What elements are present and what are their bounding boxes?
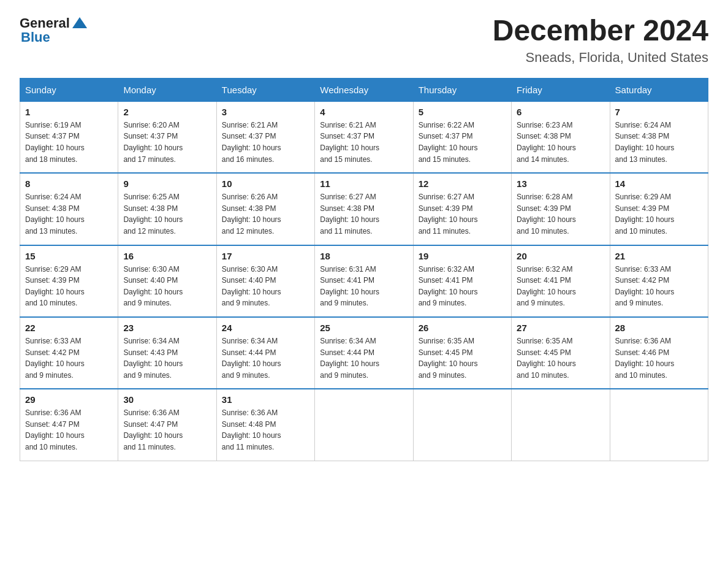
day-info: Sunrise: 6:36 AMSunset: 4:46 PMDaylight:… xyxy=(615,337,675,380)
day-number: 24 xyxy=(222,323,309,333)
logo-icon xyxy=(71,15,88,32)
calendar-cell: 6 Sunrise: 6:23 AMSunset: 4:38 PMDayligh… xyxy=(512,101,610,173)
day-number: 22 xyxy=(25,323,113,333)
calendar-cell: 31 Sunrise: 6:36 AMSunset: 4:48 PMDaylig… xyxy=(216,389,314,461)
calendar-cell xyxy=(315,389,413,461)
calendar-week-3: 15 Sunrise: 6:29 AMSunset: 4:39 PMDaylig… xyxy=(20,245,708,317)
header-friday: Friday xyxy=(512,78,610,101)
location-title: Sneads, Florida, United States xyxy=(493,50,708,66)
calendar-cell: 25 Sunrise: 6:34 AMSunset: 4:44 PMDaylig… xyxy=(315,317,413,389)
calendar-cell: 23 Sunrise: 6:34 AMSunset: 4:43 PMDaylig… xyxy=(118,317,216,389)
day-number: 13 xyxy=(517,178,604,189)
day-info: Sunrise: 6:33 AMSunset: 4:42 PMDaylight:… xyxy=(615,265,675,308)
day-info: Sunrise: 6:21 AMSunset: 4:37 PMDaylight:… xyxy=(320,121,379,164)
calendar-cell: 18 Sunrise: 6:31 AMSunset: 4:41 PMDaylig… xyxy=(315,245,413,317)
day-number: 25 xyxy=(320,323,408,333)
calendar-cell: 12 Sunrise: 6:27 AMSunset: 4:39 PMDaylig… xyxy=(413,173,511,245)
header-wednesday: Wednesday xyxy=(315,78,413,101)
day-number: 1 xyxy=(25,107,113,117)
day-info: Sunrise: 6:30 AMSunset: 4:40 PMDaylight:… xyxy=(222,265,281,308)
day-number: 11 xyxy=(320,178,408,189)
day-info: Sunrise: 6:21 AMSunset: 4:37 PMDaylight:… xyxy=(222,121,281,164)
calendar-cell: 26 Sunrise: 6:35 AMSunset: 4:45 PMDaylig… xyxy=(413,317,511,389)
day-info: Sunrise: 6:35 AMSunset: 4:45 PMDaylight:… xyxy=(517,337,576,380)
page-header: General Blue December 2024 Sneads, Flori… xyxy=(20,15,708,66)
calendar-cell: 30 Sunrise: 6:36 AMSunset: 4:47 PMDaylig… xyxy=(118,389,216,461)
month-title: December 2024 xyxy=(493,15,708,47)
calendar-cell: 21 Sunrise: 6:33 AMSunset: 4:42 PMDaylig… xyxy=(610,245,708,317)
calendar-cell: 20 Sunrise: 6:32 AMSunset: 4:41 PMDaylig… xyxy=(512,245,610,317)
day-number: 19 xyxy=(419,251,506,261)
logo: General Blue xyxy=(20,15,88,45)
day-number: 20 xyxy=(517,251,604,261)
calendar-cell: 9 Sunrise: 6:25 AMSunset: 4:38 PMDayligh… xyxy=(118,173,216,245)
day-number: 29 xyxy=(25,394,113,405)
day-info: Sunrise: 6:35 AMSunset: 4:45 PMDaylight:… xyxy=(419,337,478,380)
day-info: Sunrise: 6:32 AMSunset: 4:41 PMDaylight:… xyxy=(517,265,576,308)
header-sunday: Sunday xyxy=(20,78,118,101)
day-number: 17 xyxy=(222,251,309,261)
day-info: Sunrise: 6:27 AMSunset: 4:38 PMDaylight:… xyxy=(320,193,379,236)
day-info: Sunrise: 6:34 AMSunset: 4:44 PMDaylight:… xyxy=(320,337,379,380)
day-number: 31 xyxy=(222,394,309,405)
day-info: Sunrise: 6:22 AMSunset: 4:37 PMDaylight:… xyxy=(419,121,478,164)
calendar-cell: 24 Sunrise: 6:34 AMSunset: 4:44 PMDaylig… xyxy=(216,317,314,389)
day-number: 3 xyxy=(222,107,309,117)
calendar-cell: 7 Sunrise: 6:24 AMSunset: 4:38 PMDayligh… xyxy=(610,101,708,173)
day-number: 28 xyxy=(615,323,703,333)
day-number: 16 xyxy=(123,251,211,261)
calendar-cell xyxy=(512,389,610,461)
day-number: 14 xyxy=(615,178,703,189)
day-info: Sunrise: 6:29 AMSunset: 4:39 PMDaylight:… xyxy=(615,193,675,236)
day-number: 2 xyxy=(123,107,211,117)
day-number: 8 xyxy=(25,178,113,189)
day-info: Sunrise: 6:29 AMSunset: 4:39 PMDaylight:… xyxy=(25,265,85,308)
day-number: 21 xyxy=(615,251,703,261)
calendar-week-4: 22 Sunrise: 6:33 AMSunset: 4:42 PMDaylig… xyxy=(20,317,708,389)
calendar-cell: 28 Sunrise: 6:36 AMSunset: 4:46 PMDaylig… xyxy=(610,317,708,389)
day-number: 27 xyxy=(517,323,604,333)
day-info: Sunrise: 6:27 AMSunset: 4:39 PMDaylight:… xyxy=(419,193,478,236)
header-thursday: Thursday xyxy=(413,78,511,101)
calendar-week-1: 1 Sunrise: 6:19 AMSunset: 4:37 PMDayligh… xyxy=(20,101,708,173)
day-number: 5 xyxy=(419,107,506,117)
day-number: 4 xyxy=(320,107,408,117)
calendar-cell: 2 Sunrise: 6:20 AMSunset: 4:37 PMDayligh… xyxy=(118,101,216,173)
day-info: Sunrise: 6:24 AMSunset: 4:38 PMDaylight:… xyxy=(25,193,85,236)
day-info: Sunrise: 6:33 AMSunset: 4:42 PMDaylight:… xyxy=(25,337,85,380)
day-info: Sunrise: 6:28 AMSunset: 4:39 PMDaylight:… xyxy=(517,193,576,236)
day-info: Sunrise: 6:36 AMSunset: 4:48 PMDaylight:… xyxy=(222,408,281,451)
day-info: Sunrise: 6:30 AMSunset: 4:40 PMDaylight:… xyxy=(123,265,183,308)
calendar-cell: 16 Sunrise: 6:30 AMSunset: 4:40 PMDaylig… xyxy=(118,245,216,317)
day-number: 30 xyxy=(123,394,211,405)
calendar-cell: 17 Sunrise: 6:30 AMSunset: 4:40 PMDaylig… xyxy=(216,245,314,317)
day-number: 26 xyxy=(419,323,506,333)
day-info: Sunrise: 6:36 AMSunset: 4:47 PMDaylight:… xyxy=(25,408,85,451)
calendar-cell: 8 Sunrise: 6:24 AMSunset: 4:38 PMDayligh… xyxy=(20,173,118,245)
calendar-cell xyxy=(610,389,708,461)
day-number: 10 xyxy=(222,178,309,189)
day-number: 12 xyxy=(419,178,506,189)
day-number: 18 xyxy=(320,251,408,261)
calendar-cell: 3 Sunrise: 6:21 AMSunset: 4:37 PMDayligh… xyxy=(216,101,314,173)
calendar-cell: 27 Sunrise: 6:35 AMSunset: 4:45 PMDaylig… xyxy=(512,317,610,389)
day-info: Sunrise: 6:19 AMSunset: 4:37 PMDaylight:… xyxy=(25,121,85,164)
calendar-cell xyxy=(413,389,511,461)
day-number: 7 xyxy=(615,107,703,117)
day-info: Sunrise: 6:23 AMSunset: 4:38 PMDaylight:… xyxy=(517,121,576,164)
day-number: 9 xyxy=(123,178,211,189)
day-info: Sunrise: 6:25 AMSunset: 4:38 PMDaylight:… xyxy=(123,193,183,236)
logo-blue: Blue xyxy=(21,29,50,45)
calendar-cell: 15 Sunrise: 6:29 AMSunset: 4:39 PMDaylig… xyxy=(20,245,118,317)
day-number: 6 xyxy=(517,107,604,117)
calendar-cell: 11 Sunrise: 6:27 AMSunset: 4:38 PMDaylig… xyxy=(315,173,413,245)
day-info: Sunrise: 6:31 AMSunset: 4:41 PMDaylight:… xyxy=(320,265,379,308)
day-info: Sunrise: 6:34 AMSunset: 4:44 PMDaylight:… xyxy=(222,337,281,380)
calendar-cell: 14 Sunrise: 6:29 AMSunset: 4:39 PMDaylig… xyxy=(610,173,708,245)
calendar-cell: 10 Sunrise: 6:26 AMSunset: 4:38 PMDaylig… xyxy=(216,173,314,245)
calendar-cell: 29 Sunrise: 6:36 AMSunset: 4:47 PMDaylig… xyxy=(20,389,118,461)
day-info: Sunrise: 6:34 AMSunset: 4:43 PMDaylight:… xyxy=(123,337,183,380)
calendar-cell: 4 Sunrise: 6:21 AMSunset: 4:37 PMDayligh… xyxy=(315,101,413,173)
day-number: 15 xyxy=(25,251,113,261)
day-info: Sunrise: 6:32 AMSunset: 4:41 PMDaylight:… xyxy=(419,265,478,308)
